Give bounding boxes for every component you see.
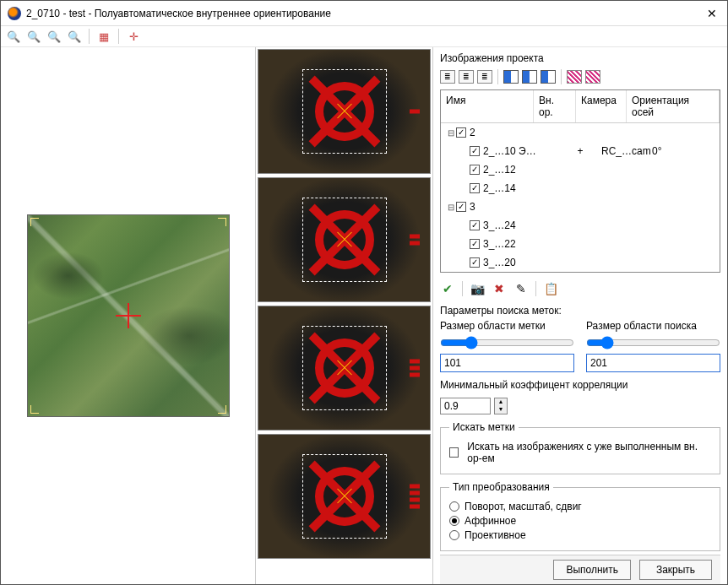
separator (89, 29, 90, 44)
checkbox-icon[interactable]: ✓ (470, 257, 480, 268)
checkbox-icon[interactable]: ✓ (456, 202, 466, 212)
corner-marker (30, 218, 39, 226)
col-camera[interactable]: Камера (576, 90, 627, 122)
images-label: Изображения проекта (440, 52, 720, 64)
checkbox-icon[interactable]: ✓ (456, 127, 466, 138)
fiducial-view-3[interactable] (258, 306, 431, 431)
min-corr-label: Минимальный коэффицент корреляции (440, 379, 720, 391)
list-icon[interactable]: ≣ (440, 70, 455, 84)
collapse-icon[interactable]: ⊟ (446, 128, 456, 138)
zoom-out-icon[interactable]: 🔍 (26, 29, 41, 44)
main-pane: Изображения проекта ≣ ≣ ≣ Имя Вн. ор. Ка… (1, 47, 727, 584)
app-icon (8, 7, 21, 20)
search-area-label: Размер области поиска (586, 320, 720, 332)
checkbox-icon[interactable]: ✓ (470, 239, 480, 249)
deselect-all-icon[interactable] (522, 70, 537, 84)
search-done-checkbox[interactable]: Искать на изображениях с уже выполненным… (449, 441, 711, 464)
params-heading: Параметры поиска меток: (440, 305, 720, 317)
overview-image[interactable] (27, 214, 230, 417)
transform-legend: Тип преобразования (449, 481, 553, 493)
search-marks-group: Искать метки Искать на изображениях с уж… (440, 421, 720, 474)
collapse-icon[interactable]: ⊟ (446, 203, 456, 212)
fiducial-strip[interactable] (256, 47, 433, 584)
tree-row[interactable]: ✓3_…20 (441, 253, 720, 272)
fiducial-view-2[interactable] (258, 177, 431, 302)
grid-icon[interactable]: ▦ (96, 29, 111, 44)
crosshair-icon[interactable]: ✛ (126, 29, 141, 44)
mark-area-label: Размер области метки (440, 320, 574, 332)
footer: Выполнить Закрыть (440, 555, 720, 584)
separator (118, 29, 119, 44)
search-area-slider[interactable] (586, 336, 720, 349)
transform-group: Тип преобразования Поворот, масштаб, сдв… (440, 481, 720, 551)
center-cross-icon (116, 303, 141, 328)
fiducial-view-1[interactable] (258, 49, 431, 174)
col-orient[interactable]: Ориентация осей (627, 90, 720, 122)
tree-row[interactable]: ✓2_…12 (441, 160, 720, 179)
col-name[interactable]: Имя (441, 90, 534, 122)
checkbox-icon[interactable]: ✓ (470, 183, 480, 193)
edit-icon[interactable]: ✎ (513, 281, 529, 296)
copy-icon[interactable]: 📋 (543, 281, 558, 296)
corner-marker (218, 218, 226, 226)
tree-group[interactable]: ⊟ ✓2 (441, 123, 720, 142)
transform-opt-projective[interactable]: Проективное (449, 529, 711, 541)
search-area-input[interactable] (586, 354, 720, 372)
checkbox-icon[interactable] (449, 447, 459, 458)
filter2-icon[interactable] (585, 70, 600, 84)
delete-icon[interactable]: ✖ (492, 281, 507, 296)
filter1-icon[interactable] (567, 70, 582, 84)
toolbar: 🔍 🔍 🔍 🔍 ▦ ✛ (1, 26, 727, 47)
title-bar: 2_0710 - test - Полуавтоматическое внутр… (1, 1, 727, 26)
col-vnor[interactable]: Вн. ор. (534, 90, 576, 122)
list-tree-icon[interactable]: ≣ (477, 70, 492, 84)
tree-row[interactable]: ✓2_…14 (441, 179, 720, 198)
corner-marker (218, 405, 226, 414)
cross-icon (334, 101, 355, 122)
checkbox-icon[interactable]: ✓ (470, 220, 480, 230)
list-check-icon[interactable]: ≣ (459, 70, 474, 84)
left-overview-pane (1, 47, 256, 584)
close-icon[interactable]: ✕ (704, 7, 720, 20)
camera-icon[interactable]: 📷 (470, 281, 485, 296)
tree-toolbar: ≣ ≣ ≣ (440, 68, 720, 86)
zoom-in-icon[interactable]: 🔍 (6, 29, 21, 44)
action-toolbar: ✔ 📷 ✖ ✎ 📋 (440, 278, 720, 300)
tree-row[interactable]: ✓3_…24 (441, 216, 720, 235)
mark-area-slider[interactable] (440, 336, 574, 349)
mark-area-input[interactable] (440, 354, 574, 372)
fiducial-view-4[interactable] (258, 434, 431, 559)
invert-sel-icon[interactable] (541, 70, 556, 84)
transform-opt-rotate[interactable]: Поворот, масштаб, сдвиг (449, 501, 711, 512)
image-tree[interactable]: Имя Вн. ор. Камера Ориентация осей ⊟ ✓2✓… (440, 89, 720, 273)
right-panel: Изображения проекта ≣ ≣ ≣ Имя Вн. ор. Ка… (433, 47, 727, 584)
tree-row[interactable]: ✓2_…10 Э…+RC_…cam0° (441, 142, 720, 160)
checkbox-icon[interactable]: ✓ (470, 165, 480, 175)
search-marks-legend: Искать метки (449, 421, 519, 433)
window-title: 2_0710 - test - Полуавтоматическое внутр… (26, 8, 704, 19)
run-button[interactable]: Выполнить (553, 560, 631, 580)
select-all-icon[interactable] (503, 70, 519, 84)
corner-marker (30, 405, 39, 414)
spin-buttons[interactable]: ▲▼ (494, 398, 508, 414)
tree-row[interactable]: ✓3_…22 (441, 235, 720, 253)
min-corr-input[interactable] (440, 398, 491, 414)
zoom-region-icon[interactable]: 🔍 (67, 29, 82, 44)
check-icon[interactable]: ✔ (440, 281, 455, 296)
zoom-fit-green-icon[interactable]: 🔍 (46, 29, 62, 44)
transform-opt-affine[interactable]: Аффинное (449, 515, 711, 527)
close-button[interactable]: Закрыть (639, 560, 712, 580)
tree-group[interactable]: ⊟ ✓3 (441, 198, 720, 216)
checkbox-icon[interactable]: ✓ (470, 146, 480, 156)
